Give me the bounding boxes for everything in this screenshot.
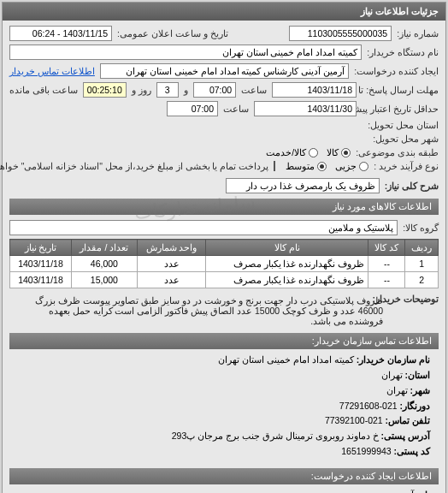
radio-goods-label: کالا — [327, 147, 339, 157]
cell-name: ظروف نگهدارنده غذا یکبار مصرف — [206, 272, 368, 288]
radio-medium-icon — [317, 162, 327, 171]
radio-medium[interactable]: متوسط — [286, 161, 327, 171]
radio-partial-label: جزیی — [335, 161, 357, 171]
creator-contact-header: اطلاعات ایجاد کننده درخواست: — [9, 468, 439, 484]
buyer-contact-block: نام سازمان خریدار: کمیته امداد امام خمین… — [9, 349, 439, 463]
buyer-contact-link[interactable]: اطلاعات تماس خریدار — [9, 66, 95, 76]
delivery-province-label: استان محل تحویل: — [368, 120, 439, 130]
need-title-label: شرح کلی نیاز: — [385, 181, 439, 191]
bc-addr: خ دماوند روبروی ترمینال شرق جنب برج مرجا… — [172, 431, 379, 441]
pay-note-label: پرداخت تمام یا بخشی از مبلغ خرید،از محل … — [0, 161, 268, 171]
radio-service-icon — [309, 148, 318, 157]
delivery-city-label: شهر محل تحویل: — [373, 134, 439, 144]
details-panel: جزئیات اطلاعات نیاز شماره نیاز: 11030055… — [2, 2, 446, 493]
days-left-field: 3 — [156, 82, 179, 98]
delivery-date-field: 1403/11/30 — [254, 101, 357, 116]
bc-postal-lbl: کد پستی: — [394, 446, 430, 456]
bc-fax: 021-77291608 — [339, 401, 398, 411]
public-notice-label: تاریخ و ساعت اعلان عمومی: — [117, 28, 228, 39]
th-code: کد کالا — [368, 240, 405, 256]
cc-fname-lbl: نام: — [416, 490, 431, 493]
bc-city-lbl: شهر: — [410, 385, 431, 395]
cell-date: 1403/11/18 — [10, 272, 72, 288]
form-body: شماره نیاز: 1103005555000035 تاریخ و ساع… — [3, 21, 445, 493]
budget-radio-group: کالا کالا/خدمت — [266, 147, 351, 157]
bc-phone: 021-77392100 — [325, 415, 383, 425]
delivery-time-field: 07:00 — [167, 101, 218, 116]
radio-partial-icon — [359, 162, 368, 171]
requester-field: آرمین آدینی کارشناس کمیته امداد امام خمی… — [100, 63, 349, 79]
cell-idx: 2 — [405, 272, 439, 288]
goods-group-label: گروه کالا: — [403, 223, 439, 233]
time-left-field: 00:25:10 — [83, 82, 127, 98]
goods-group-field: پلاستیک و ملامین — [9, 220, 398, 235]
buyer-contact-header: اطلاعات تماس سازمان خریدار: — [9, 333, 439, 349]
remaining-label: ساعت باقی مانده — [9, 85, 78, 95]
radio-service-label: کالا/خدمت — [266, 147, 306, 157]
cc-fname: آرمین — [392, 490, 414, 493]
req-number-field: 1103005555000035 — [289, 26, 392, 41]
bc-name: کمیته امداد امام خمینی استان تهران — [218, 354, 354, 365]
bc-province: تهران — [381, 370, 403, 380]
req-number-label: شماره نیاز: — [397, 28, 439, 39]
cell-name: ظروف نگهدارنده غذا یکبار مصرف — [206, 256, 368, 272]
cell-qty: 15,000 — [71, 272, 137, 288]
deadline-label: مهلت ارسال پاسخ: تا تاریخ: — [362, 85, 439, 95]
panel-title: جزئیات اطلاعات نیاز — [3, 3, 445, 21]
cell-code: -- — [368, 256, 405, 272]
requester-label: ایجاد کننده درخواست: — [354, 66, 439, 76]
deadline-date-field: 1403/11/18 — [272, 82, 357, 98]
buyer-desc-label: توضیحات خریدار: — [392, 294, 439, 304]
bc-city: تهران — [386, 385, 408, 395]
radio-goods-icon — [341, 148, 351, 157]
cell-unit: عدد — [137, 272, 206, 288]
bc-fax-lbl: دورنگار: — [400, 401, 431, 411]
time-label-2: ساعت — [223, 104, 249, 114]
table-row[interactable]: 1 -- ظروف نگهدارنده غذا یکبار مصرف عدد 4… — [10, 256, 439, 272]
budget-class-label: طبقه بندی موضوعی: — [356, 147, 439, 157]
th-date: تاریخ نیاز — [10, 240, 72, 256]
buy-process-label: نوع فرآیند خرید : — [374, 161, 439, 171]
goods-info-header: اطلاعات کالاهای مورد نیاز — [9, 199, 439, 215]
bc-phone-lbl: تلفن تماس: — [386, 415, 430, 425]
creator-contact-block: نام: آرمین نام خانوادگی: آدینی تلفن تماس… — [9, 484, 439, 493]
day-word-label: روز و — [132, 85, 151, 95]
public-notice-field: 1403/11/15 - 06:24 — [9, 26, 112, 41]
th-idx: ردیف — [405, 240, 439, 256]
delivery-deadline-label: حداقل تاریخ اعتبار پیشنهاد: تا تاریخ: — [362, 104, 439, 114]
bc-province-lbl: استان: — [405, 370, 431, 380]
time-label: ساعت — [241, 85, 267, 95]
radio-service[interactable]: کالا/خدمت — [266, 147, 318, 157]
th-unit: واحد شمارش — [137, 240, 206, 256]
process-radio-group: جزیی متوسط — [286, 161, 368, 171]
treasury-checkbox[interactable] — [274, 161, 275, 171]
cell-unit: عدد — [137, 256, 206, 272]
need-title-field: ظروف یک بارمصرف غذا درب دار — [226, 178, 380, 193]
cell-date: 1403/11/18 — [10, 256, 72, 272]
table-row[interactable]: 2 -- ظروف نگهدارنده غذا یکبار مصرف عدد 1… — [10, 272, 439, 288]
cell-qty: 46,000 — [71, 256, 137, 272]
buyer-desc-text: ظروف پلاستیکی درب دار جهت برنج و خورشت د… — [9, 294, 386, 328]
bc-addr-lbl: آدرس پستی: — [381, 431, 430, 441]
radio-medium-label: متوسط — [286, 161, 315, 171]
radio-goods[interactable]: کالا — [327, 147, 351, 157]
buyer-org-label: نام دستگاه خریدار: — [367, 47, 439, 57]
th-qty: تعداد / مقدار — [71, 240, 137, 256]
radio-partial[interactable]: جزیی — [335, 161, 368, 171]
th-name: نام کالا — [206, 240, 368, 256]
cell-code: -- — [368, 272, 405, 288]
cell-idx: 1 — [405, 256, 439, 272]
goods-table: ردیف کد کالا نام کالا واحد شمارش تعداد /… — [9, 239, 439, 288]
and-label: و — [184, 85, 188, 95]
buyer-org-field: کمیته امداد امام خمینی استان تهران — [9, 45, 362, 60]
bc-name-lbl: نام سازمان خریدار: — [357, 354, 430, 365]
deadline-time-field: 07:00 — [193, 82, 236, 98]
bc-postal: 1651999943 — [341, 446, 391, 456]
